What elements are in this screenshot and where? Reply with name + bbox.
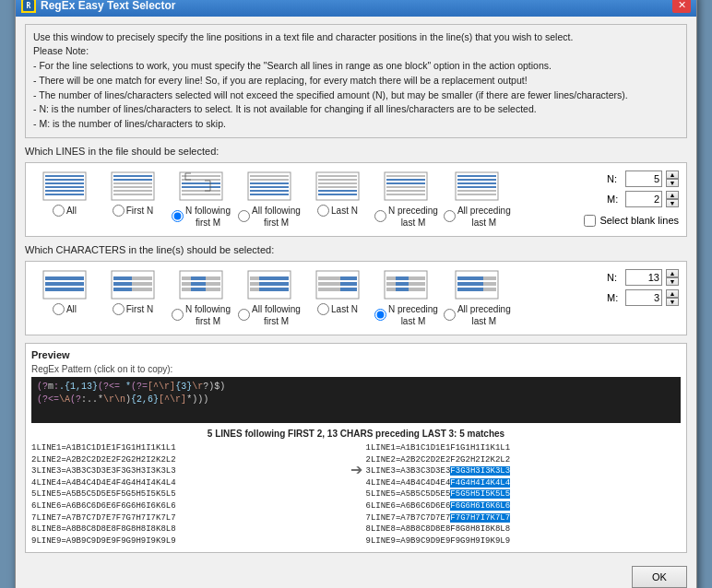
- chars-n-down[interactable]: ▼: [666, 277, 679, 286]
- svg-rect-21: [182, 190, 220, 192]
- blank-lines-checkbox[interactable]: [584, 215, 596, 227]
- lines-radio-first[interactable]: [113, 205, 125, 217]
- lines-radio-last[interactable]: [317, 205, 329, 217]
- chars-radio-all[interactable]: [53, 303, 65, 315]
- svg-rect-76: [191, 288, 206, 291]
- lines-radio-n-preceding[interactable]: [374, 210, 386, 222]
- chars-label-first: First N: [126, 303, 153, 315]
- svg-rect-17: [182, 175, 220, 177]
- lines-radio-all[interactable]: [53, 205, 65, 217]
- left-line-9: 9LINE9=A9B9C9D9E9F9G9H9I9K9L9: [31, 535, 347, 547]
- chars-n-up[interactable]: ▲: [666, 269, 679, 277]
- chars-m-up[interactable]: ▲: [666, 289, 679, 298]
- lines-label-last: Last N: [331, 205, 358, 217]
- lines-m-spinner-btns: ▲ ▼: [666, 191, 679, 207]
- left-line-8: 8LINE8=A8B8C8D8E8F8G8H8I8K8L8: [31, 523, 347, 535]
- chars-label-all: All: [66, 303, 77, 315]
- info-line-4: - There will be one match for every line…: [33, 75, 528, 86]
- left-line-6: 6LINE6=A6B6C6D6E6F6G6H6I6K6L6: [31, 500, 347, 512]
- lines-label-all-preceding: All precedinglast M: [457, 205, 511, 229]
- svg-rect-69: [182, 276, 191, 280]
- regex-label: RegEx Pattern (click on it to copy):: [31, 364, 681, 374]
- svg-rect-8: [45, 194, 84, 195]
- lines-n-label: N:: [607, 173, 622, 184]
- svg-rect-94: [396, 276, 409, 280]
- lines-label-first: First N: [126, 205, 153, 217]
- app-icon: R: [21, 0, 36, 13]
- lines-n-spinner-btns: ▲ ▼: [666, 171, 679, 187]
- chars-radio-n-preceding[interactable]: [374, 309, 386, 321]
- svg-rect-79: [250, 276, 259, 280]
- lines-n-down[interactable]: ▼: [666, 179, 679, 187]
- title-bar: R RegEx Easy Text Selector ✕: [16, 0, 696, 17]
- chars-radio-last[interactable]: [317, 303, 329, 315]
- left-line-3: 3LINE3=A3B3C3D3E3F3G3H3I3K3L3: [31, 465, 347, 477]
- svg-rect-59: [45, 282, 84, 286]
- chars-option-n-following: N followingfirst M: [170, 269, 232, 327]
- lines-option-last: Last N: [306, 171, 369, 217]
- svg-rect-30: [250, 175, 289, 177]
- left-line-7: 7LINE7=A7B7C7D7E7F7G7H7I7K7L7: [31, 512, 347, 524]
- preview-data: 1LINE1=A1B1C1D1E1F1G1H1I1K1L1 2LINE2=A2B…: [31, 442, 681, 547]
- right-line-1: 1LINE1=A1B1C1D1E1F1G1H1I1K1L1: [366, 442, 682, 454]
- svg-rect-63: [113, 282, 132, 286]
- svg-rect-103: [457, 276, 483, 280]
- svg-rect-53: [457, 182, 496, 184]
- info-line-5: - The number of lines/characters selecte…: [33, 89, 628, 100]
- info-line-3: - For the line selections to work, you m…: [33, 60, 552, 71]
- svg-rect-66: [132, 282, 152, 286]
- chars-radio-all-preceding[interactable]: [444, 309, 456, 321]
- ok-button[interactable]: OK: [632, 566, 687, 588]
- svg-rect-6: [45, 186, 84, 188]
- svg-rect-91: [340, 288, 357, 291]
- lines-n-up[interactable]: ▲: [666, 171, 679, 179]
- svg-rect-54: [457, 186, 496, 188]
- chars-n-row: N: ▲ ▼: [607, 269, 679, 286]
- left-line-1: 1LINE1=A1B1C1D1E1F1G1H1I1K1L1: [31, 442, 347, 454]
- svg-rect-52: [457, 179, 496, 181]
- svg-rect-20: [182, 186, 220, 188]
- svg-rect-80: [259, 276, 289, 280]
- chars-n-input[interactable]: [625, 269, 662, 286]
- lines-radio-all-preceding[interactable]: [444, 210, 456, 222]
- svg-rect-5: [45, 182, 84, 184]
- chars-radio-all-following[interactable]: [238, 309, 250, 321]
- lines-m-up[interactable]: ▲: [666, 191, 679, 199]
- svg-rect-48: [386, 190, 425, 192]
- lines-label-n-following: N followingfirst M: [185, 205, 231, 229]
- chars-m-input[interactable]: [625, 289, 662, 306]
- svg-rect-51: [457, 175, 496, 177]
- svg-rect-35: [250, 194, 289, 195]
- svg-rect-40: [318, 186, 357, 188]
- chars-m-spinner-btns: ▲ ▼: [666, 289, 679, 306]
- lines-n-input[interactable]: [625, 171, 662, 187]
- svg-rect-101: [409, 288, 425, 291]
- svg-rect-7: [45, 190, 84, 192]
- svg-rect-42: [318, 194, 357, 195]
- svg-rect-72: [182, 282, 191, 286]
- chars-label-all-following: All followingfirst M: [252, 303, 301, 327]
- svg-rect-106: [483, 282, 496, 286]
- svg-rect-86: [318, 276, 340, 280]
- lines-radio-n-following[interactable]: [172, 210, 184, 222]
- svg-rect-32: [250, 182, 289, 184]
- preview-left-col: 1LINE1=A1B1C1D1E1F1G1H1I1K1L1 2LINE2=A2B…: [31, 442, 347, 547]
- window-title: RegEx Easy Text Selector: [41, 0, 176, 12]
- regex-box[interactable]: (?m:.{1,13}(?<= *(?=[^\r]{3}\r?)$) (?<=\…: [31, 377, 681, 423]
- chars-option-first: First N: [101, 269, 164, 315]
- chars-radio-n-following[interactable]: [172, 309, 184, 321]
- svg-rect-93: [386, 276, 396, 280]
- lines-radio-all-following[interactable]: [238, 210, 250, 222]
- right-line-2: 2LINE2=A2B2C2D2E2F2G2H2I2K2L2: [366, 454, 682, 466]
- svg-rect-38: [318, 179, 357, 181]
- svg-rect-49: [386, 194, 425, 195]
- svg-rect-73: [191, 282, 206, 286]
- chars-m-down[interactable]: ▼: [666, 298, 679, 306]
- svg-rect-47: [386, 186, 425, 188]
- svg-rect-19: [182, 182, 220, 184]
- svg-rect-10: [113, 175, 152, 177]
- lines-m-down[interactable]: ▼: [666, 199, 679, 207]
- lines-m-input[interactable]: [625, 191, 662, 207]
- close-button[interactable]: ✕: [672, 0, 691, 13]
- chars-radio-first[interactable]: [113, 303, 125, 315]
